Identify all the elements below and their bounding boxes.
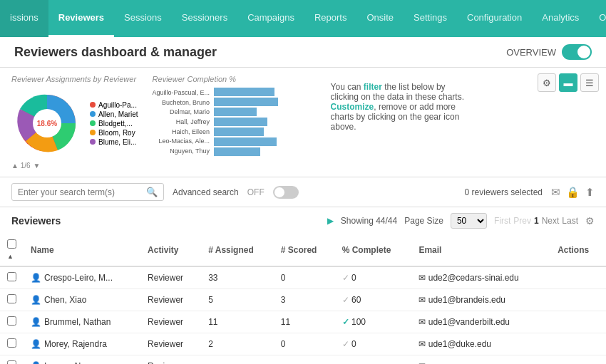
customize-keyword: Customize	[331, 102, 374, 112]
row-complete: ✓ 60	[335, 289, 412, 311]
pie-chart-title: Reviewer Assignments by Reviewer	[11, 75, 138, 83]
table-row: 👤Crespo-Leiro, M... Reviewer 33 0 ✓ 0 ✉ …	[0, 266, 606, 289]
bar-chart-container: Aguillo-Pascual, E... Bucheton, Bruno De…	[153, 88, 309, 156]
table-body: 👤Crespo-Leiro, M... Reviewer 33 0 ✓ 0 ✉ …	[0, 266, 606, 364]
nav-item-configuration[interactable]: Configuration	[457, 0, 532, 37]
row-email: ✉ ude1@vanderbilt.edu	[411, 311, 550, 333]
pie-chart-svg[interactable]: 18.6%	[11, 88, 83, 159]
email-icon: ✉	[418, 317, 426, 327]
charts-section: ⚙ ▬ ☰ Reviewer Assignments by Reviewer 1…	[0, 68, 606, 177]
legend-item: Bloom, Roy	[90, 129, 138, 137]
bar[interactable]	[214, 137, 277, 146]
bar-label: Haich, Eileen	[153, 128, 210, 136]
selected-count: 0 reviewers selected	[465, 187, 543, 197]
row-actions	[550, 289, 606, 311]
select-all-header[interactable]: ▲	[0, 234, 24, 266]
select-all-checkbox[interactable]	[7, 239, 16, 249]
col-email[interactable]: Email	[411, 234, 550, 266]
row-activity: Reviewer	[140, 289, 201, 311]
row-actions	[550, 355, 606, 365]
pagination: First Prev 1 Next Last	[494, 216, 578, 226]
legend-item: Blodgett,...	[90, 120, 138, 128]
filter-keyword: filter	[364, 82, 382, 92]
prev-page-btn[interactable]: Prev	[513, 216, 531, 226]
row-name: 👤Brummel, Nathan	[24, 311, 140, 333]
row-checkbox[interactable]	[7, 316, 16, 326]
legend-dot	[90, 139, 96, 145]
row-checkbox[interactable]	[7, 360, 16, 364]
row-assigned: 11	[201, 311, 274, 333]
export-action-icon[interactable]: ⬆	[585, 186, 595, 199]
row-assigned: 2	[201, 333, 274, 355]
table-settings-icon[interactable]: ⚙	[585, 215, 595, 227]
col-actions[interactable]: Actions	[550, 234, 606, 266]
action-icons: ✉ 🔒 ⬆	[551, 186, 595, 199]
bar[interactable]	[214, 108, 257, 116]
search-box: 🔍	[11, 183, 164, 201]
pie-container: 18.6% Aguillo-Pa... Allen, Mariet Blodge…	[11, 88, 138, 159]
bar-chart-title: Reviewer Completion %	[153, 75, 309, 83]
gear-chart-icon[interactable]: ⚙	[538, 73, 556, 92]
table-wrapper: ▲ Name Activity # Assigned # Scored % Co…	[0, 234, 606, 364]
bar-view-icon[interactable]: ▬	[559, 73, 577, 92]
overview-label: OVERVIEW	[506, 47, 556, 58]
row-checkbox[interactable]	[7, 272, 16, 281]
row-scored: 3	[274, 289, 335, 311]
bar-labels: Aguillo-Pascual, E... Bucheton, Bruno De…	[153, 88, 210, 156]
legend-label: Bloom, Roy	[98, 129, 135, 137]
email-action-icon[interactable]: ✉	[551, 186, 560, 199]
col-complete[interactable]: % Complete	[335, 234, 412, 266]
advanced-toggle[interactable]	[273, 186, 299, 199]
list-view-icon[interactable]: ☰	[580, 73, 599, 92]
reviewers-table: ▲ Name Activity # Assigned # Scored % Co…	[0, 234, 606, 364]
lock-action-icon[interactable]: 🔒	[566, 186, 580, 199]
col-activity[interactable]: Activity	[140, 234, 201, 266]
nav-item-sessions[interactable]: Sessions	[114, 0, 172, 37]
nav-item-submissions[interactable]: issions	[0, 0, 48, 37]
col-assigned[interactable]: # Assigned	[201, 234, 274, 266]
overview-toggle[interactable]	[562, 44, 592, 60]
bar[interactable]	[214, 118, 267, 126]
nav-item-campaigns[interactable]: Campaigns	[237, 0, 304, 37]
row-activity: Reviewer	[140, 266, 201, 289]
nav-item-reviewers[interactable]: Reviewers	[48, 0, 114, 37]
nav-item-reports[interactable]: Reports	[304, 0, 357, 37]
row-actions	[550, 266, 606, 289]
nav-item-analytics[interactable]: Analytics	[532, 0, 589, 37]
table-row: 👤Morey, Rajendra Reviewer 2 0 ✓ 0 ✉ ude1…	[0, 333, 606, 355]
nav-item-settings[interactable]: Settings	[404, 0, 457, 37]
legend-label: Blume, Eli...	[98, 138, 136, 146]
nav-item-operation[interactable]: Operation	[589, 0, 606, 37]
row-complete: ✓ 0	[335, 333, 412, 355]
bar[interactable]	[214, 88, 274, 96]
row-name: 👤Crespo-Leiro, M...	[24, 266, 140, 289]
row-activity: Reviewer	[140, 355, 201, 365]
email-icon: ✉	[418, 273, 426, 283]
search-input[interactable]	[18, 187, 146, 197]
nav-item-sessioners[interactable]: Sessioners	[172, 0, 237, 37]
email-icon: ✉	[418, 361, 426, 364]
page-size-select[interactable]: 50 25 100	[451, 213, 487, 229]
last-page-btn[interactable]: Last	[562, 216, 578, 226]
email-icon: ✉	[418, 295, 426, 305]
overview-section: OVERVIEW	[506, 44, 592, 60]
bar-chart-block: Reviewer Completion % Aguillo-Pascual, E…	[153, 75, 309, 156]
table-row: 👤Brummel, Nathan Reviewer 11 11 ✓ 100 ✉ …	[0, 311, 606, 333]
nav-item-onsite[interactable]: Onsite	[356, 0, 404, 37]
pie-page-down[interactable]: ▼	[34, 162, 41, 170]
first-page-btn[interactable]: First	[494, 216, 510, 226]
search-icon[interactable]: 🔍	[146, 187, 158, 197]
row-checkbox[interactable]	[7, 294, 16, 303]
bar[interactable]	[214, 98, 278, 106]
row-assigned: 33	[201, 266, 274, 289]
col-scored[interactable]: # Scored	[274, 234, 335, 266]
pie-legend: Aguillo-Pa... Allen, Mariet Blodgett,...…	[90, 101, 138, 146]
col-name[interactable]: Name	[24, 234, 140, 266]
bar[interactable]	[214, 128, 264, 136]
next-page-btn[interactable]: Next	[542, 216, 560, 226]
legend-dot	[90, 111, 96, 117]
bar[interactable]	[214, 147, 260, 156]
row-checkbox[interactable]	[7, 338, 16, 348]
legend-label: Allen, Mariet	[98, 110, 138, 118]
complete-checkmark: ✓	[342, 317, 349, 327]
